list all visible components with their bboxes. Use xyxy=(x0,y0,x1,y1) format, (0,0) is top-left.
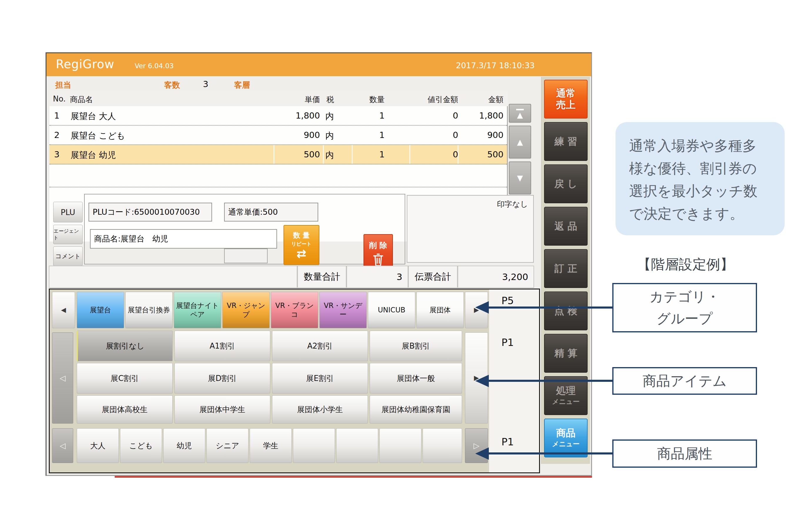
category-button-tenboudai[interactable]: 展望台 xyxy=(77,292,124,328)
item-button-d[interactable]: 展D割引 xyxy=(174,363,270,393)
attribute-button-empty[interactable] xyxy=(336,428,378,463)
arrow-left-icon: ◀ xyxy=(61,306,66,314)
unit-price-value: 通常単価:500 xyxy=(228,207,278,217)
attribute-button-student[interactable]: 学生 xyxy=(250,428,292,463)
arrow-left-icon: ◁ xyxy=(60,373,65,383)
arrow-up-icon: ▲ xyxy=(517,111,523,119)
quantity-repeat-button[interactable]: 数 量 リピート ⇄ xyxy=(283,225,319,265)
return-mode-button[interactable]: 戻 し xyxy=(544,164,588,203)
refund-button[interactable]: 返 品 xyxy=(544,207,588,246)
cell-divider xyxy=(409,145,410,164)
row-discount: 0 xyxy=(411,111,458,121)
table-row-selected[interactable]: 3 展望台 幼児 500 内 1 0 500 xyxy=(49,145,507,164)
item-button-no-discount[interactable]: 展割引なし xyxy=(77,331,173,361)
attribute-label: こども xyxy=(129,441,153,451)
plu-code-field[interactable]: PLUコード:6500010070030 xyxy=(89,203,212,221)
cell-divider xyxy=(352,145,353,164)
bottom-red-line xyxy=(115,476,592,478)
category-label: VR・ブランコ xyxy=(273,301,316,319)
category-button-vr-jump[interactable]: VR・ジャンプ xyxy=(222,292,270,328)
attribute-button-adult[interactable]: 大人 xyxy=(77,428,119,463)
plu-button[interactable]: PLU xyxy=(53,202,83,222)
annotation-box-product-item: 商品アイテム xyxy=(612,367,757,395)
product-name-field[interactable]: 商品名:展望台 幼児 xyxy=(90,229,277,249)
col-discount: 値引金額 xyxy=(411,94,458,105)
category-button-tendantai[interactable]: 展団体 xyxy=(416,292,464,328)
attribute-button-empty[interactable] xyxy=(422,428,462,463)
row-no: 1 xyxy=(54,111,59,121)
row-name: 展望台 こども xyxy=(71,130,125,142)
empty-field[interactable] xyxy=(224,249,268,263)
product-name-value: 商品名:展望台 幼児 xyxy=(94,234,168,244)
row-amount: 900 xyxy=(459,130,503,140)
item-label: 展割引なし xyxy=(106,341,144,351)
category-scroll-left-button[interactable]: ◀ xyxy=(52,292,75,328)
slip-total-value-text: 3,200 xyxy=(502,271,528,282)
item-button-a1[interactable]: A1割引 xyxy=(174,331,270,361)
item-scroll-left-button[interactable]: ◁ xyxy=(52,332,73,424)
table-row[interactable]: 1 展望台 大人 1,800 内 1 0 1,800 xyxy=(49,106,507,126)
settlement-button[interactable]: 精 算 xyxy=(544,334,588,373)
row-amount: 500 xyxy=(459,150,503,160)
attribute-button-empty[interactable] xyxy=(379,428,421,463)
category-button-night-pair[interactable]: 展望台ナイトペア xyxy=(174,292,221,328)
agent-button[interactable]: エージェント xyxy=(53,225,83,244)
comment-button-label: コメント xyxy=(55,252,81,260)
category-button-hikikaeken[interactable]: 展望台引換券 xyxy=(125,292,173,328)
quantity-repeat-sublabel: リピート xyxy=(291,241,311,247)
attribute-scroll-left-button[interactable]: ◁ xyxy=(52,428,73,463)
col-amount: 金額 xyxy=(470,94,503,105)
item-label: 展団体一般 xyxy=(397,374,435,383)
category-button-vr-blanco[interactable]: VR・ブランコ xyxy=(271,292,318,328)
row-unit-price: 900 xyxy=(276,130,320,140)
item-button-e[interactable]: 展E割引 xyxy=(272,363,368,393)
scroll-down-button[interactable]: ▼ xyxy=(509,162,531,195)
trash-icon xyxy=(372,253,384,266)
item-button-c[interactable]: 展C割引 xyxy=(77,363,173,393)
attribute-label: 学生 xyxy=(263,441,278,451)
item-label: 展D割引 xyxy=(208,374,237,383)
hierarchy-example-heading: 【階層設定例】 xyxy=(613,255,758,274)
app-version: Ver 6.04.03 xyxy=(135,62,174,70)
item-button-b[interactable]: 展B割引 xyxy=(370,331,462,361)
row-no: 3 xyxy=(54,150,59,160)
annotation-box-product-attribute: 商品属性 xyxy=(612,439,757,468)
normal-sale-button[interactable]: 通常 売上 xyxy=(544,80,588,119)
item-button-group-kindergarten[interactable]: 展団体幼稚園保育園 xyxy=(370,395,462,424)
unit-price-field[interactable]: 通常単価:500 xyxy=(224,203,318,221)
row-discount: 0 xyxy=(411,130,458,140)
attribute-button-senior[interactable]: シニア xyxy=(207,428,249,463)
item-button-group-general[interactable]: 展団体一般 xyxy=(370,363,462,393)
items-table-header: No. 商品名 単価 税 数量 値引金額 金額 xyxy=(49,91,508,107)
product-menu-button[interactable]: 商品 メニュー xyxy=(544,419,588,457)
staff-label: 担当 xyxy=(55,80,71,90)
repeat-icon: ⇄ xyxy=(297,247,307,260)
item-button-group-highschool[interactable]: 展団体高校生 xyxy=(77,395,173,424)
category-button-vr-sunday[interactable]: VR・サンデー xyxy=(319,292,367,328)
arrow-up-icon: ▲ xyxy=(517,138,523,146)
attribute-button-infant[interactable]: 幼児 xyxy=(163,428,205,463)
item-button-group-elementary[interactable]: 展団体小学生 xyxy=(272,395,368,424)
practice-label: 練 習 xyxy=(554,136,577,147)
pos-window: RegiGrow Ver 6.04.03 2017.3/17 18:10:33 … xyxy=(46,52,592,476)
process-menu-button[interactable]: 処理 メニュー xyxy=(544,376,588,415)
item-button-a2[interactable]: A2割引 xyxy=(272,331,368,361)
scroll-to-top-button[interactable]: ▲ xyxy=(509,104,531,123)
scroll-up-button[interactable]: ▲ xyxy=(509,126,531,159)
row-discount: 0 xyxy=(411,150,458,160)
table-row[interactable]: 2 展望台 こども 900 内 1 0 900 xyxy=(49,126,507,145)
practice-button[interactable]: 練 習 xyxy=(544,122,588,161)
page-label-p1: P1 xyxy=(501,337,534,348)
menu-grid: P5 P1 P1 ◀ 展望台 展望台引換券 展望台ナイトペア VR・ジャンプ V… xyxy=(49,289,540,473)
attribute-button-empty[interactable] xyxy=(293,428,335,463)
comment-button[interactable]: コメント xyxy=(53,247,83,266)
inspection-button[interactable]: 点 検 xyxy=(544,292,588,330)
correction-button[interactable]: 訂 正 xyxy=(544,249,588,288)
category-button-unicub[interactable]: UNICUB xyxy=(368,292,415,328)
product-menu-label: 商品 xyxy=(556,427,576,439)
attribute-button-child[interactable]: こども xyxy=(120,428,162,463)
plu-code-value: PLUコード:6500010070030 xyxy=(93,207,200,217)
refund-label: 返 品 xyxy=(554,221,577,232)
row-unit-price: 1,800 xyxy=(276,111,320,121)
item-button-group-juniorhigh[interactable]: 展団体中学生 xyxy=(174,395,270,424)
